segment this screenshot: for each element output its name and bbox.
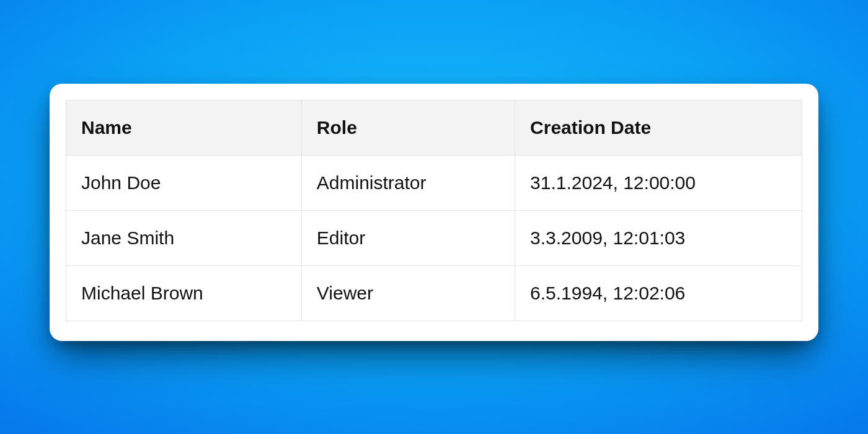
table-row[interactable]: Michael Brown Viewer 6.5.1994, 12:02:06 xyxy=(66,266,802,321)
table-row[interactable]: John Doe Administrator 31.1.2024, 12:00:… xyxy=(66,156,802,211)
column-header-role[interactable]: Role xyxy=(301,100,515,156)
column-header-name[interactable]: Name xyxy=(66,100,302,156)
cell-role: Administrator xyxy=(301,156,515,211)
users-table-card: Name Role Creation Date John Doe Adminis… xyxy=(50,84,818,341)
column-header-creation-date[interactable]: Creation Date xyxy=(515,100,802,156)
cell-creation-date: 31.1.2024, 12:00:00 xyxy=(515,156,802,211)
cell-name: Michael Brown xyxy=(66,266,302,321)
users-table: Name Role Creation Date John Doe Adminis… xyxy=(66,100,802,321)
cell-name: John Doe xyxy=(66,156,302,211)
cell-creation-date: 3.3.2009, 12:01:03 xyxy=(515,211,802,266)
table-row[interactable]: Jane Smith Editor 3.3.2009, 12:01:03 xyxy=(66,211,802,266)
cell-role: Editor xyxy=(301,211,515,266)
table-header-row: Name Role Creation Date xyxy=(66,100,802,156)
cell-name: Jane Smith xyxy=(66,211,302,266)
cell-role: Viewer xyxy=(301,266,515,321)
cell-creation-date: 6.5.1994, 12:02:06 xyxy=(515,266,802,321)
